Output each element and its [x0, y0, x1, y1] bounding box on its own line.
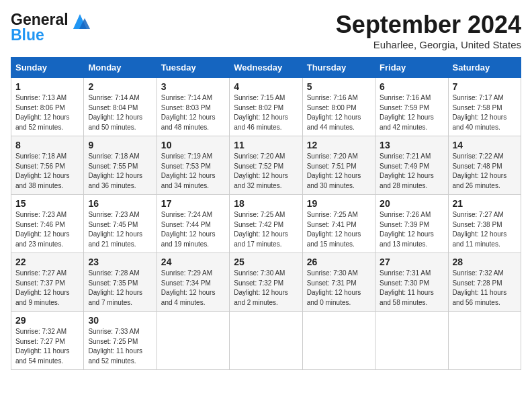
day-info: Sunrise: 7:30 AMSunset: 7:31 PMDaylight:…	[307, 269, 371, 308]
day-number: 7	[453, 81, 517, 92]
page-header: General Blue September 2024 Euharlee, Ge…	[11, 11, 521, 50]
day-number: 21	[453, 198, 517, 209]
day-number: 29	[15, 315, 79, 326]
calendar-cell: 4 Sunrise: 7:15 AMSunset: 8:02 PMDayligh…	[230, 78, 302, 136]
calendar-row: 1 Sunrise: 7:13 AMSunset: 8:06 PMDayligh…	[11, 78, 521, 136]
calendar-cell: 1 Sunrise: 7:13 AMSunset: 8:06 PMDayligh…	[11, 78, 84, 136]
calendar-cell: 24 Sunrise: 7:29 AMSunset: 7:34 PMDaylig…	[157, 253, 229, 312]
calendar-cell	[375, 312, 448, 370]
calendar-cell: 18 Sunrise: 7:25 AMSunset: 7:42 PMDaylig…	[230, 195, 302, 253]
day-info: Sunrise: 7:18 AMSunset: 7:55 PMDaylight:…	[88, 152, 152, 191]
day-number: 28	[453, 257, 517, 267]
day-info: Sunrise: 7:27 AMSunset: 7:37 PMDaylight:…	[15, 269, 79, 308]
calendar-cell: 3 Sunrise: 7:14 AMSunset: 8:03 PMDayligh…	[157, 78, 229, 136]
calendar-cell: 2 Sunrise: 7:14 AMSunset: 8:04 PMDayligh…	[84, 78, 157, 136]
day-number: 8	[15, 140, 79, 150]
day-info: Sunrise: 7:14 AMSunset: 8:04 PMDaylight:…	[88, 93, 152, 132]
day-number: 9	[88, 140, 152, 150]
day-number: 4	[234, 81, 298, 92]
day-number: 19	[307, 198, 371, 209]
day-info: Sunrise: 7:28 AMSunset: 7:35 PMDaylight:…	[88, 269, 152, 308]
day-info: Sunrise: 7:32 AMSunset: 7:27 PMDaylight:…	[15, 327, 79, 366]
day-info: Sunrise: 7:13 AMSunset: 8:06 PMDaylight:…	[15, 93, 79, 132]
calendar-cell: 5 Sunrise: 7:16 AMSunset: 8:00 PMDayligh…	[302, 78, 375, 136]
calendar-cell: 11 Sunrise: 7:20 AMSunset: 7:52 PMDaylig…	[230, 136, 302, 195]
col-saturday: Saturday	[448, 58, 521, 78]
day-number: 30	[88, 315, 152, 326]
day-info: Sunrise: 7:23 AMSunset: 7:45 PMDaylight:…	[88, 210, 152, 249]
day-number: 20	[380, 198, 443, 209]
day-number: 17	[161, 198, 225, 209]
calendar-cell	[230, 312, 302, 370]
calendar-cell: 14 Sunrise: 7:22 AMSunset: 7:48 PMDaylig…	[448, 136, 521, 195]
day-info: Sunrise: 7:23 AMSunset: 7:46 PMDaylight:…	[15, 210, 79, 249]
col-monday: Monday	[84, 58, 157, 78]
day-number: 24	[161, 257, 225, 267]
day-number: 2	[88, 81, 152, 92]
day-number: 18	[234, 198, 298, 209]
calendar-cell: 26 Sunrise: 7:30 AMSunset: 7:31 PMDaylig…	[302, 253, 375, 312]
calendar-cell: 17 Sunrise: 7:24 AMSunset: 7:44 PMDaylig…	[157, 195, 229, 253]
calendar-cell: 8 Sunrise: 7:18 AMSunset: 7:56 PMDayligh…	[11, 136, 84, 195]
day-info: Sunrise: 7:27 AMSunset: 7:38 PMDaylight:…	[453, 210, 517, 249]
day-number: 12	[307, 140, 371, 150]
calendar-cell: 23 Sunrise: 7:28 AMSunset: 7:35 PMDaylig…	[84, 253, 157, 312]
header-row: Sunday Monday Tuesday Wednesday Thursday…	[11, 58, 521, 78]
day-number: 27	[380, 257, 443, 267]
calendar-cell: 12 Sunrise: 7:20 AMSunset: 7:51 PMDaylig…	[302, 136, 375, 195]
col-thursday: Thursday	[302, 58, 375, 78]
day-info: Sunrise: 7:25 AMSunset: 7:41 PMDaylight:…	[307, 210, 371, 249]
calendar-cell	[448, 312, 521, 370]
col-tuesday: Tuesday	[157, 58, 229, 78]
calendar-cell: 20 Sunrise: 7:26 AMSunset: 7:39 PMDaylig…	[375, 195, 448, 253]
day-number: 26	[307, 257, 371, 267]
calendar-cell: 10 Sunrise: 7:19 AMSunset: 7:53 PMDaylig…	[157, 136, 229, 195]
logo: General Blue	[11, 11, 90, 44]
title-block: September 2024 Euharlee, Georgia, United…	[336, 11, 521, 50]
calendar-table: Sunday Monday Tuesday Wednesday Thursday…	[11, 57, 521, 370]
col-sunday: Sunday	[11, 58, 84, 78]
calendar-cell: 29 Sunrise: 7:32 AMSunset: 7:27 PMDaylig…	[11, 312, 84, 370]
col-friday: Friday	[375, 58, 448, 78]
day-info: Sunrise: 7:24 AMSunset: 7:44 PMDaylight:…	[161, 210, 225, 249]
day-number: 10	[161, 140, 225, 150]
day-info: Sunrise: 7:20 AMSunset: 7:51 PMDaylight:…	[307, 152, 371, 191]
calendar-cell: 16 Sunrise: 7:23 AMSunset: 7:45 PMDaylig…	[84, 195, 157, 253]
day-info: Sunrise: 7:33 AMSunset: 7:25 PMDaylight:…	[88, 327, 152, 366]
day-number: 15	[15, 198, 79, 209]
col-wednesday: Wednesday	[230, 58, 302, 78]
calendar-cell: 25 Sunrise: 7:30 AMSunset: 7:32 PMDaylig…	[230, 253, 302, 312]
day-number: 1	[15, 81, 79, 92]
calendar-cell: 28 Sunrise: 7:32 AMSunset: 7:28 PMDaylig…	[448, 253, 521, 312]
calendar-cell: 19 Sunrise: 7:25 AMSunset: 7:41 PMDaylig…	[302, 195, 375, 253]
day-info: Sunrise: 7:16 AMSunset: 8:00 PMDaylight:…	[307, 93, 371, 132]
day-number: 25	[234, 257, 298, 267]
day-number: 22	[15, 257, 79, 267]
calendar-cell	[302, 312, 375, 370]
calendar-cell	[157, 312, 229, 370]
day-info: Sunrise: 7:15 AMSunset: 8:02 PMDaylight:…	[234, 93, 298, 132]
day-number: 6	[380, 81, 443, 92]
day-info: Sunrise: 7:22 AMSunset: 7:48 PMDaylight:…	[453, 152, 517, 191]
location: Euharlee, Georgia, United States	[336, 39, 521, 50]
day-info: Sunrise: 7:20 AMSunset: 7:52 PMDaylight:…	[234, 152, 298, 191]
day-info: Sunrise: 7:32 AMSunset: 7:28 PMDaylight:…	[453, 269, 517, 308]
day-info: Sunrise: 7:21 AMSunset: 7:49 PMDaylight:…	[380, 152, 443, 191]
day-info: Sunrise: 7:18 AMSunset: 7:56 PMDaylight:…	[15, 152, 79, 191]
calendar-row: 15 Sunrise: 7:23 AMSunset: 7:46 PMDaylig…	[11, 195, 521, 253]
calendar-cell: 15 Sunrise: 7:23 AMSunset: 7:46 PMDaylig…	[11, 195, 84, 253]
day-info: Sunrise: 7:26 AMSunset: 7:39 PMDaylight:…	[380, 210, 443, 249]
day-number: 23	[88, 257, 152, 267]
month-title: September 2024	[336, 11, 521, 39]
calendar-cell: 22 Sunrise: 7:27 AMSunset: 7:37 PMDaylig…	[11, 253, 84, 312]
day-info: Sunrise: 7:31 AMSunset: 7:30 PMDaylight:…	[380, 269, 443, 308]
calendar-row: 29 Sunrise: 7:32 AMSunset: 7:27 PMDaylig…	[11, 312, 521, 370]
day-info: Sunrise: 7:29 AMSunset: 7:34 PMDaylight:…	[161, 269, 225, 308]
calendar-cell: 6 Sunrise: 7:16 AMSunset: 7:59 PMDayligh…	[375, 78, 448, 136]
calendar-cell: 9 Sunrise: 7:18 AMSunset: 7:55 PMDayligh…	[84, 136, 157, 195]
calendar-cell: 30 Sunrise: 7:33 AMSunset: 7:25 PMDaylig…	[84, 312, 157, 370]
calendar-cell: 7 Sunrise: 7:17 AMSunset: 7:58 PMDayligh…	[448, 78, 521, 136]
day-number: 3	[161, 81, 225, 92]
day-info: Sunrise: 7:30 AMSunset: 7:32 PMDaylight:…	[234, 269, 298, 308]
day-number: 5	[307, 81, 371, 92]
